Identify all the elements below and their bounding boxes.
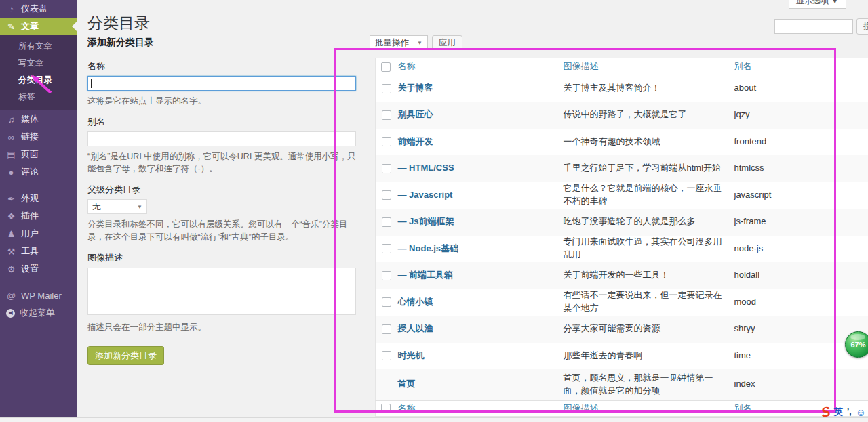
- row-checkbox[interactable]: [382, 244, 391, 253]
- sidebar-item-tools[interactable]: ⚒工具: [0, 242, 77, 260]
- sidebar-item-label: 外观: [21, 192, 39, 205]
- category-name-cell: — 前端工具箱: [398, 262, 564, 289]
- row-checkbox[interactable]: [382, 217, 391, 227]
- sidebar-item-label: 文章: [21, 20, 39, 33]
- category-name-link[interactable]: 授人以渔: [398, 323, 433, 333]
- row-checkbox[interactable]: [382, 110, 391, 120]
- admin-sidebar: ◔仪表盘✎文章所有文章写文章分类目录标签♫媒体∞链接▤页面●评论✒外观❖插件♟用…: [0, 0, 77, 417]
- category-name-cell: 时光机: [398, 343, 564, 370]
- category-description-textarea[interactable]: [87, 268, 356, 315]
- category-name-link[interactable]: 时光机: [398, 350, 425, 360]
- sidebar-item-categories[interactable]: 分类目录: [0, 72, 77, 89]
- table-row: 前端开发一个神奇有趣的技术领域frontend: [376, 129, 868, 156]
- ime-emoji-button[interactable]: ☺: [856, 407, 866, 417]
- sidebar-item-pages[interactable]: ▤页面: [0, 146, 77, 163]
- sidebar-item-posts[interactable]: ✎文章: [0, 18, 77, 35]
- category-slug-input[interactable]: [87, 131, 356, 146]
- table-row: — Js前端框架吃饱了没事造轮子的人就是那么多js-frame: [376, 209, 868, 236]
- pages-icon: ▤: [6, 150, 16, 159]
- row-checkbox[interactable]: [382, 351, 391, 360]
- sidebar-item-dashboard[interactable]: ◔仪表盘: [0, 0, 77, 18]
- row-checkbox[interactable]: [382, 190, 391, 200]
- row-checkbox[interactable]: [382, 324, 391, 334]
- sidebar-item-users[interactable]: ♟用户: [0, 225, 77, 242]
- row-checkbox[interactable]: [382, 84, 391, 93]
- column-header-alias[interactable]: 别名: [734, 58, 868, 75]
- category-name-link[interactable]: 前端开发: [398, 136, 433, 146]
- category-name-link[interactable]: 关于博客: [398, 83, 433, 93]
- text-caret: [91, 79, 92, 88]
- at-icon: @: [6, 291, 16, 300]
- sidebar-item-plugins[interactable]: ❖插件: [0, 207, 77, 225]
- table-row: — Javascript它是什么？它就是前端的核心，一座永垂不朽的丰碑javas…: [376, 182, 868, 209]
- category-name-link[interactable]: 心情小镇: [398, 297, 433, 307]
- row-checkbox[interactable]: [382, 164, 391, 173]
- bottom-scrollbar-strip[interactable]: [0, 417, 868, 422]
- sidebar-item-appearance[interactable]: ✒外观: [0, 190, 77, 207]
- category-name-link[interactable]: — Javascript: [398, 190, 453, 200]
- row-checkbox-cell: [376, 262, 398, 289]
- table-row: — Node.js基础专门用来面试吹牛逼，其实在公司没多用乱用node-js: [376, 236, 868, 263]
- select-all-checkbox[interactable]: [381, 404, 391, 413]
- sidebar-item-tags[interactable]: 标签: [0, 89, 77, 106]
- ime-language-toggle[interactable]: 英: [834, 406, 843, 418]
- bulk-actions-toolbar: 批量操作 ▼ 应用: [370, 35, 462, 50]
- bulk-actions-label: 批量操作: [375, 37, 409, 49]
- battery-percentage-badge[interactable]: 67%: [845, 331, 868, 358]
- pushpin-icon: ✎: [6, 22, 16, 31]
- link-icon: ∞: [6, 133, 16, 142]
- row-checkbox-cell: [376, 209, 398, 236]
- search-button[interactable]: 搜索分类目录: [856, 18, 868, 35]
- apply-button[interactable]: 应用: [432, 35, 462, 50]
- category-alias-cell: js-frame: [734, 209, 868, 236]
- sidebar-item-settings[interactable]: ⚙设置: [0, 260, 77, 278]
- page-title: 分类目录: [87, 13, 150, 34]
- sidebar-item-media[interactable]: ♫媒体: [0, 110, 77, 128]
- sidebar-item-write-post[interactable]: 写文章: [0, 55, 77, 72]
- category-name-link[interactable]: — 前端工具箱: [398, 270, 454, 280]
- column-header-name[interactable]: 名称: [398, 58, 564, 75]
- category-name-link[interactable]: — Node.js基础: [398, 243, 459, 253]
- screen-options-button[interactable]: 显示选项 ▼: [789, 0, 846, 9]
- category-name-link[interactable]: 别具匠心: [398, 109, 433, 119]
- slug-help-text: “别名”是在URL中使用的别称，它可以令URL更美观。通常使用小写，只能包含字母…: [87, 150, 356, 175]
- category-name-cell: 授人以渔: [398, 316, 564, 343]
- bulk-actions-select[interactable]: 批量操作 ▼: [370, 35, 428, 50]
- category-alias-cell: frontend: [734, 129, 868, 156]
- ime-punctuation-toggle[interactable]: ’,: [847, 407, 852, 417]
- row-checkbox[interactable]: [382, 297, 391, 307]
- sidebar-item-links[interactable]: ∞链接: [0, 128, 77, 146]
- add-category-submit-button[interactable]: 添加新分类目录: [87, 346, 164, 365]
- column-header-description[interactable]: 图像描述: [564, 58, 734, 75]
- category-alias-cell: htmlcss: [734, 155, 868, 182]
- sidebar-item-all-posts[interactable]: 所有文章: [0, 38, 77, 55]
- search-input[interactable]: [774, 19, 853, 34]
- column-header-description[interactable]: 图像描述: [564, 400, 734, 416]
- category-name-link[interactable]: — HTML/CSS: [398, 163, 454, 173]
- sidebar-item-label: WP Mailer: [21, 291, 62, 301]
- parent-category-select[interactable]: 无 ▼: [87, 199, 147, 214]
- sogou-ime-icon[interactable]: S: [820, 404, 831, 419]
- select-all-checkbox[interactable]: [381, 62, 391, 72]
- category-name-input[interactable]: [87, 76, 356, 91]
- table-body: 关于博客关于博主及其博客简介！about别具匠心传说中的野路子，大概就是它了jq…: [376, 75, 868, 401]
- column-header-name[interactable]: 名称: [398, 400, 564, 416]
- category-name-link[interactable]: — Js前端框架: [398, 216, 454, 226]
- plugins-icon: ❖: [6, 212, 16, 221]
- category-name-cell: 首页: [398, 369, 564, 400]
- row-checkbox[interactable]: [382, 271, 391, 280]
- sidebar-item-wp-mailer[interactable]: @WP Mailer: [0, 287, 77, 304]
- category-name-cell: — Javascript: [398, 182, 564, 209]
- sidebar-item-label: 页面: [21, 148, 39, 161]
- category-name-link[interactable]: 首页: [398, 379, 416, 389]
- category-name-cell: 前端开发: [398, 129, 564, 156]
- category-description-cell: 专门用来面试吹牛逼，其实在公司没多用乱用: [564, 236, 734, 263]
- sidebar-item-comments[interactable]: ●评论: [0, 163, 77, 181]
- row-checkbox[interactable]: [382, 137, 391, 146]
- comments-icon: ●: [6, 168, 16, 177]
- table-header-row: 名称图像描述别名: [376, 58, 868, 75]
- sidebar-item-collapse[interactable]: ◀收起菜单: [0, 304, 77, 322]
- description-help-text: 描述只会在一部分主题中显示。: [87, 321, 356, 333]
- name-help-text: 这将是它在站点上显示的名字。: [87, 95, 356, 107]
- category-name-cell: 别具匠心: [398, 102, 564, 129]
